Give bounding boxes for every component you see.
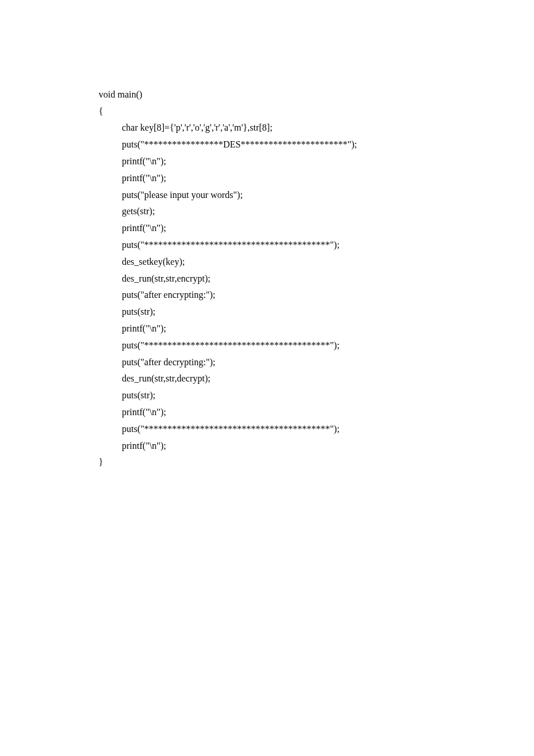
code-line: printf("\n"); (99, 321, 435, 337)
code-block: void main(){char key[8]={'p','r','o','g'… (99, 70, 435, 471)
code-line: printf("\n"); (99, 438, 435, 455)
code-line: puts(str); (99, 387, 435, 404)
code-line: des_setkey(key); (99, 254, 435, 271)
code-line: { (99, 103, 435, 120)
code-line: char key[8]={'p','r','o','g','r','a','m'… (99, 120, 435, 136)
code-line: puts("**********************************… (99, 421, 435, 438)
code-line: puts(str); (99, 304, 435, 321)
code-line: puts("please input your words"); (99, 187, 435, 204)
code-line: gets(str); (99, 203, 435, 220)
code-line: puts("after encrypting:"); (99, 287, 435, 304)
code-line: puts("*****************DES**************… (99, 136, 435, 153)
code-line: printf("\n"); (99, 170, 435, 187)
code-line: puts("**********************************… (99, 237, 435, 254)
code-line: printf("\n"); (99, 220, 435, 237)
code-line: printf("\n"); (99, 153, 435, 170)
code-line: } (99, 454, 435, 471)
code-line: des_run(str,str,decrypt); (99, 370, 435, 387)
code-line: puts("**********************************… (99, 337, 435, 354)
code-line: printf("\n"); (99, 404, 435, 421)
code-line: des_run(str,str,encrypt); (99, 271, 435, 287)
code-line: puts("after decrypting:"); (99, 354, 435, 371)
code-line: void main() (99, 87, 435, 103)
